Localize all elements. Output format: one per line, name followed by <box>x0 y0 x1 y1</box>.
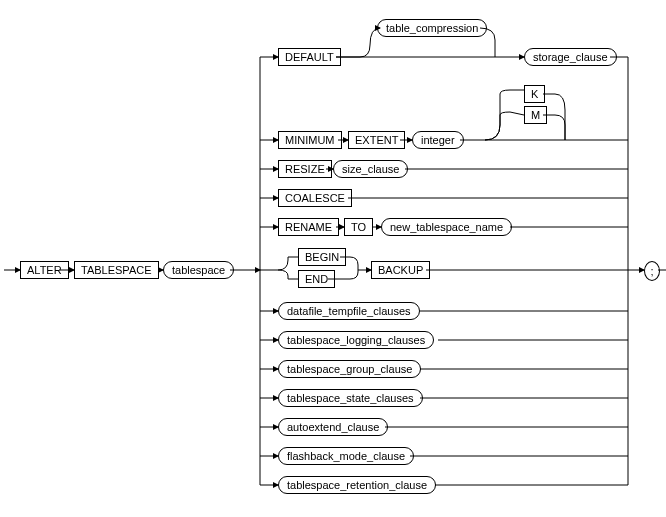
datafile-tempfile-clauses-nonterminal: datafile_tempfile_clauses <box>278 302 420 320</box>
integer-nonterminal: integer <box>412 131 464 149</box>
tablespace-state-clauses-nonterminal: tablespace_state_clauses <box>278 389 423 407</box>
end-keyword: END <box>298 270 335 288</box>
begin-keyword: BEGIN <box>298 248 346 266</box>
default-keyword: DEFAULT <box>278 48 341 66</box>
to-keyword: TO <box>344 218 373 236</box>
rename-keyword: RENAME <box>278 218 339 236</box>
tablespace-logging-clauses-nonterminal: tablespace_logging_clauses <box>278 331 434 349</box>
tablespace-keyword: TABLESPACE <box>74 261 159 279</box>
flashback-mode-clause-nonterminal: flashback_mode_clause <box>278 447 414 465</box>
tablespace-nonterminal: tablespace <box>163 261 234 279</box>
minimum-keyword: MINIMUM <box>278 131 342 149</box>
resize-keyword: RESIZE <box>278 160 332 178</box>
extent-keyword: EXTENT <box>348 131 405 149</box>
table-compression-nonterminal: table_compression <box>377 19 487 37</box>
new-tablespace-name-nonterminal: new_tablespace_name <box>381 218 512 236</box>
size-clause-nonterminal: size_clause <box>333 160 408 178</box>
k-keyword: K <box>524 85 545 103</box>
autoextend-clause-nonterminal: autoextend_clause <box>278 418 388 436</box>
coalesce-keyword: COALESCE <box>278 189 352 207</box>
backup-keyword: BACKUP <box>371 261 430 279</box>
m-keyword: M <box>524 106 547 124</box>
semicolon-terminal: ; <box>644 261 660 281</box>
tablespace-group-clause-nonterminal: tablespace_group_clause <box>278 360 421 378</box>
storage-clause-nonterminal: storage_clause <box>524 48 617 66</box>
tablespace-retention-clause-nonterminal: tablespace_retention_clause <box>278 476 436 494</box>
alter-keyword: ALTER <box>20 261 69 279</box>
